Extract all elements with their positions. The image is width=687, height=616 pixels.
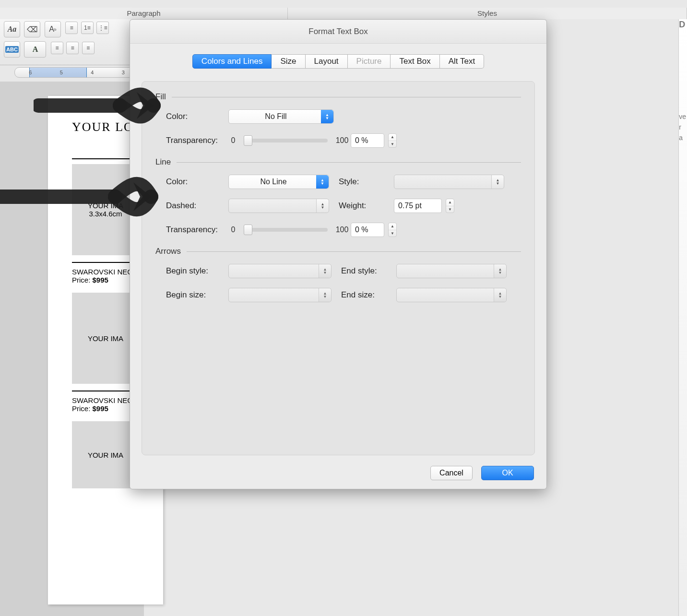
slider-thumb[interactable]: [244, 135, 252, 146]
tab-size[interactable]: Size: [272, 54, 305, 69]
format-text-box-dialog: Format Text Box Colors and Lines Size La…: [130, 19, 547, 489]
horizontal-ruler[interactable]: 6 5 4 3: [14, 67, 139, 78]
image-placeholder[interactable]: YOUR IMA: [72, 421, 139, 488]
placeholder-text: YOUR IMA: [88, 451, 123, 459]
fill-color-label: Color:: [166, 112, 228, 121]
font-effect-button[interactable]: Ab: [45, 21, 61, 37]
line-section: Line Color: No Line ▲▼ Style: ▲▼ Dashed:…: [155, 157, 521, 237]
ribbon-group-paragraph: Paragraph: [0, 8, 288, 19]
ribbon-group-labels: Paragraph Styles: [0, 8, 687, 19]
cutoff-text: D ve r a: [679, 101, 686, 143]
chevron-down-icon[interactable]: ▼: [446, 206, 454, 213]
slider-thumb[interactable]: [244, 225, 252, 235]
ribbon-tab-strip: [0, 0, 687, 7]
image-placeholder[interactable]: YOUR IMA: [72, 293, 139, 384]
ribbon-toolbar: Aa ⌫ Ab ≡ 1≡ ⋮≡ ABC A ≡ ≡ ≡: [0, 19, 134, 65]
end-size-popup[interactable]: ▲▼: [396, 288, 507, 302]
dialog-title: Format Text Box: [130, 20, 546, 44]
line-weight-stepper[interactable]: ▲▼: [446, 199, 454, 213]
chevron-updown-icon: ▲▼: [494, 264, 506, 278]
ribbon-group-styles: Styles: [288, 8, 687, 19]
chevron-down-icon[interactable]: ▼: [389, 141, 396, 148]
end-style-popup[interactable]: ▲▼: [396, 264, 507, 278]
placeholder-text: YOUR IMA: [88, 201, 123, 210]
ruler-mark: 5: [60, 70, 63, 75]
tab-text-box[interactable]: Text Box: [391, 54, 439, 69]
line-transparency-slider[interactable]: [244, 228, 328, 232]
ok-button[interactable]: OK: [481, 466, 534, 480]
separator: [72, 158, 139, 159]
line-weight-input[interactable]: 0.75 pt: [394, 199, 442, 213]
slider-min: 0: [228, 136, 238, 145]
tab-alt-text[interactable]: Alt Text: [440, 54, 484, 69]
fill-transparency-label: Transparency:: [166, 136, 228, 145]
tab-picture: Picture: [348, 54, 391, 69]
slider-max: 100: [333, 225, 351, 234]
chevron-up-icon[interactable]: ▲: [446, 199, 454, 206]
align-left-button[interactable]: ≡: [51, 42, 63, 54]
line-color-label: Color:: [166, 177, 228, 187]
line-style-label: Style:: [339, 177, 394, 187]
line-weight-label: Weight:: [339, 201, 394, 211]
line-transparency-input[interactable]: 0 %: [351, 223, 384, 237]
begin-style-label: Begin style:: [166, 266, 228, 276]
highlight-button[interactable]: ABC: [4, 41, 20, 58]
ruler-mark: 4: [91, 70, 94, 75]
fill-transparency-input[interactable]: 0 %: [351, 133, 384, 148]
fill-transparency-slider[interactable]: [244, 139, 328, 142]
tab-colors-and-lines[interactable]: Colors and Lines: [192, 54, 272, 69]
placeholder-text: YOUR IMA: [88, 334, 123, 343]
multilevel-button[interactable]: ⋮≡: [96, 22, 109, 34]
tab-layout[interactable]: Layout: [306, 54, 348, 69]
chevron-updown-icon: ▲▼: [319, 288, 331, 302]
end-size-label: End size:: [341, 290, 396, 300]
chevron-updown-icon: ▲▼: [319, 264, 331, 278]
ruler-mark: 6: [29, 70, 32, 75]
fill-section: Fill Color: No Fill ▲▼ Transparency: 0 1…: [155, 92, 521, 148]
line-transparency-label: Transparency:: [166, 225, 228, 235]
arrows-header: Arrows: [155, 247, 181, 256]
fill-color-value: No Fill: [265, 112, 286, 121]
font-style-button[interactable]: Aa: [4, 21, 20, 37]
dialog-panel: Fill Color: No Fill ▲▼ Transparency: 0 1…: [142, 81, 535, 455]
line-transparency-stepper[interactable]: ▲▼: [388, 223, 397, 237]
fill-color-popup[interactable]: No Fill ▲▼: [228, 109, 334, 124]
fill-transparency-stepper[interactable]: ▲▼: [388, 133, 397, 148]
bullets-button[interactable]: ≡: [65, 22, 78, 34]
text-effects-button[interactable]: A: [24, 41, 46, 58]
begin-size-popup[interactable]: ▲▼: [228, 288, 332, 302]
numbering-button[interactable]: 1≡: [81, 22, 94, 34]
dialog-tabs: Colors and Lines Size Layout Picture Tex…: [130, 54, 546, 69]
arrows-section: Arrows Begin style: ▲▼ End style: ▲▼ Beg…: [155, 247, 521, 302]
begin-size-label: Begin size:: [166, 290, 228, 300]
end-style-label: End style:: [341, 266, 396, 276]
slider-max: 100: [333, 136, 351, 145]
image-placeholder[interactable]: YOUR IMA 3.3x4.6cm: [72, 164, 139, 255]
line-dashed-label: Dashed:: [166, 201, 228, 211]
chevron-updown-icon: ▲▼: [321, 110, 333, 123]
chevron-updown-icon: ▲▼: [494, 288, 506, 302]
dialog-footer: Cancel OK: [430, 466, 534, 480]
chevron-updown-icon: ▲▼: [491, 175, 504, 189]
begin-style-popup[interactable]: ▲▼: [228, 264, 332, 278]
line-style-popup[interactable]: ▲▼: [394, 175, 504, 189]
cancel-button[interactable]: Cancel: [430, 466, 473, 480]
chevron-up-icon[interactable]: ▲: [389, 223, 396, 230]
clear-formatting-button[interactable]: ⌫: [24, 21, 40, 37]
align-right-button[interactable]: ≡: [82, 42, 95, 54]
line-header: Line: [155, 157, 171, 167]
chevron-updown-icon: ▲▼: [316, 175, 329, 189]
chevron-up-icon[interactable]: ▲: [389, 134, 396, 141]
slider-min: 0: [228, 225, 238, 234]
ruler-mark: 3: [122, 70, 125, 75]
line-dashed-popup[interactable]: ▲▼: [228, 199, 329, 213]
align-center-button[interactable]: ≡: [66, 42, 79, 54]
chevron-updown-icon: ▲▼: [316, 199, 329, 213]
placeholder-text: 3.3x4.6cm: [89, 210, 122, 218]
line-color-value: No Line: [260, 178, 286, 186]
document-canvas: YOUR LO YOUR IMA 3.3x4.6cm SWAROVSKI NEC…: [0, 82, 144, 616]
separator: [72, 391, 139, 391]
chevron-down-icon[interactable]: ▼: [389, 230, 396, 237]
fill-header: Fill: [155, 92, 166, 102]
line-color-popup[interactable]: No Line ▲▼: [228, 175, 329, 189]
